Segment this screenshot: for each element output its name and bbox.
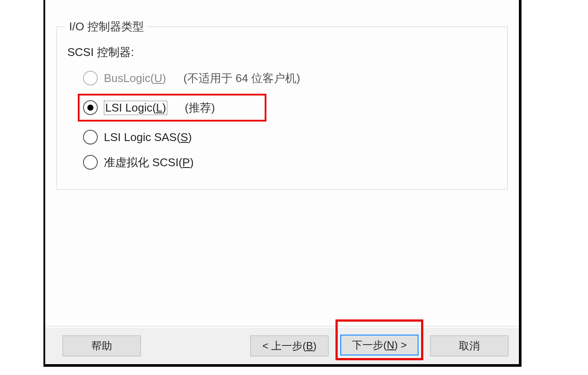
mnemonic: L <box>156 101 162 114</box>
radio-paravirtual[interactable] <box>83 155 98 170</box>
btn-text: ) > <box>394 339 407 351</box>
radio-buslogic-label: BusLogic(U) <box>104 72 166 85</box>
btn-text: ) <box>313 340 316 352</box>
radio-row-lsilogicsas[interactable]: LSI Logic SAS(S) <box>83 128 498 147</box>
next-button[interactable]: 下一步(N) > <box>340 335 419 355</box>
radio-row-buslogic: BusLogic(U) (不适用于 64 位客户机) <box>83 69 498 88</box>
btn-text: < 上一步( <box>262 339 306 353</box>
help-button[interactable]: 帮助 <box>63 336 141 356</box>
dialog-frame: I/O 控制器类型 SCSI 控制器: BusLogic(U) (不适用于 64… <box>43 0 522 367</box>
cancel-button[interactable]: 取消 <box>430 336 508 356</box>
next-button-highlight: 下一步(N) > <box>336 319 423 360</box>
io-controller-group: I/O 控制器类型 SCSI 控制器: BusLogic(U) (不适用于 64… <box>56 19 508 190</box>
radio-buslogic <box>83 71 98 86</box>
mnemonic: U <box>154 72 163 85</box>
radio-lsilogic[interactable] <box>83 100 98 115</box>
scsi-controller-label: SCSI 控制器: <box>67 45 498 60</box>
btn-text: 下一步( <box>352 338 387 352</box>
radio-row-lsilogic-highlight: LSI Logic(L) (推荐) <box>78 94 266 122</box>
button-bar: 帮助 < 上一步(B) 下一步(N) > 取消 <box>45 328 519 364</box>
radio-lsilogic-label[interactable]: LSI Logic(L) <box>104 101 167 115</box>
radio-buslogic-hint: (不适用于 64 位客户机) <box>183 71 300 86</box>
radio-row-paravirtual[interactable]: 准虚拟化 SCSI(P) <box>83 153 498 172</box>
radio-label-text: 准虚拟化 SCSI <box>104 156 179 169</box>
group-title: I/O 控制器类型 <box>66 19 147 34</box>
mnemonic: B <box>306 340 313 352</box>
back-button[interactable]: < 上一步(B) <box>250 336 329 356</box>
mnemonic: P <box>183 156 190 169</box>
radio-paravirtual-label[interactable]: 准虚拟化 SCSI(P) <box>104 155 194 170</box>
radio-lsilogicsas[interactable] <box>83 130 98 145</box>
dialog-content: I/O 控制器类型 SCSI 控制器: BusLogic(U) (不适用于 64… <box>45 0 519 326</box>
radio-lsilogic-hint: (推荐) <box>185 100 215 115</box>
mnemonic: S <box>180 131 188 144</box>
radio-lsilogicsas-label[interactable]: LSI Logic SAS(S) <box>104 131 192 144</box>
radio-label-text: LSI Logic SAS <box>104 131 177 144</box>
radio-label-text: BusLogic <box>104 72 150 85</box>
mnemonic: N <box>387 339 394 351</box>
radio-label-text: LSI Logic <box>105 101 152 114</box>
